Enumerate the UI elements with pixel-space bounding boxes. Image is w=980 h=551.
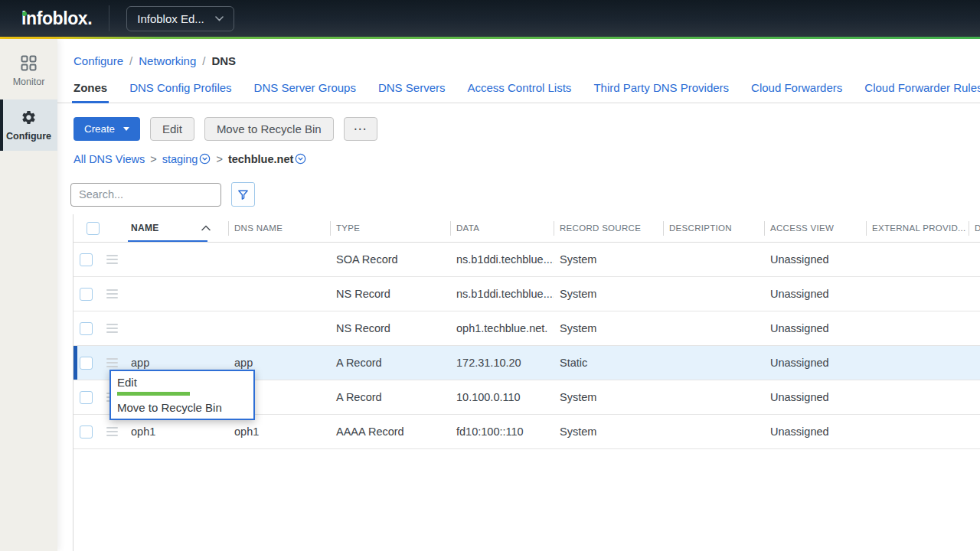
- column-header-description[interactable]: DESCRIPTION: [663, 214, 764, 242]
- column-header-external-provider[interactable]: EXTERNAL PROVID...: [866, 214, 969, 242]
- app-window: infoblox. Infoblox Ed... Monitor: [0, 0, 980, 551]
- toolbar: Create Edit Move to Recycle Bin ⋯: [74, 117, 980, 141]
- column-header-dns-name[interactable]: DNS NAME: [228, 214, 330, 242]
- row-checkbox[interactable]: [80, 391, 93, 404]
- view-path-separator: >: [216, 153, 222, 165]
- row-checkbox[interactable]: [80, 425, 93, 439]
- tab-dns-servers[interactable]: DNS Servers: [378, 78, 446, 103]
- table-row[interactable]: NS Record oph1.techblue.net. System Unas…: [74, 311, 980, 346]
- filter-button[interactable]: [231, 182, 255, 207]
- tab-cloud-forwarder-rules[interactable]: Cloud Forwarder Rules: [864, 78, 980, 103]
- funnel-icon: [237, 188, 250, 201]
- drag-column-header: [100, 214, 125, 242]
- sidebar-item-configure[interactable]: Configure: [0, 99, 57, 151]
- breadcrumb-current-dns: DNS: [211, 54, 236, 67]
- tab-dns-config-profiles[interactable]: DNS Config Profiles: [129, 78, 231, 103]
- move-to-recycle-bin-button[interactable]: Move to Recycle Bin: [204, 117, 334, 141]
- staging-view-link[interactable]: staging: [162, 153, 211, 165]
- drag-handle-icon[interactable]: [106, 289, 118, 298]
- drag-handle-icon[interactable]: [106, 324, 118, 333]
- drag-handle-icon[interactable]: [106, 255, 118, 264]
- app-switcher-button[interactable]: Infoblox Ed...: [126, 6, 234, 31]
- table-row[interactable]: NS Record ns.b1ddi.techblue.... System U…: [74, 277, 980, 311]
- chevron-up-icon[interactable]: [201, 225, 211, 231]
- caret-down-icon: [123, 127, 129, 131]
- chevron-down-icon: [215, 16, 224, 21]
- tab-zones[interactable]: Zones: [74, 78, 107, 103]
- zone-name: techblue.net: [228, 153, 306, 165]
- gear-icon: [21, 109, 37, 126]
- sidebar-item-label: Monitor: [13, 77, 45, 87]
- circle-chevron-down-icon[interactable]: [199, 153, 211, 165]
- main-content: Configure / Networking / DNS Zones DNS C…: [57, 39, 980, 551]
- more-actions-button[interactable]: ⋯: [344, 117, 377, 141]
- create-button-label: Create: [84, 123, 115, 135]
- drag-handle-icon[interactable]: [106, 358, 118, 367]
- table-header-row: NAME DNS NAME TYPE DATA RECORD SOURCE DE…: [74, 214, 980, 243]
- column-header-data[interactable]: DATA: [450, 214, 554, 242]
- tab-third-party-dns-providers[interactable]: Third Party DNS Providers: [593, 78, 729, 103]
- row-checkbox[interactable]: [80, 288, 93, 301]
- select-all-checkbox[interactable]: [87, 222, 100, 235]
- app-switcher-label: Infoblox Ed...: [137, 12, 204, 25]
- tab-bar: Zones DNS Config Profiles DNS Server Gro…: [57, 78, 980, 103]
- circle-chevron-down-icon[interactable]: [295, 153, 306, 165]
- search-input[interactable]: [70, 183, 221, 207]
- column-header-name[interactable]: NAME: [125, 214, 228, 242]
- context-menu-item-move-to-recycle-bin[interactable]: Move to Recycle Bin: [111, 398, 253, 416]
- edit-button[interactable]: Edit: [150, 117, 194, 141]
- breadcrumb-separator: /: [129, 54, 132, 67]
- breadcrumb-link-configure[interactable]: Configure: [74, 54, 123, 67]
- logo-green-dot-icon: [22, 11, 27, 16]
- grid-icon: [21, 55, 37, 71]
- infoblox-logo-text: infoblox.: [21, 8, 92, 28]
- dns-view-breadcrumb: All DNS Views > staging > techblue.net: [74, 152, 980, 165]
- sidebar-item-monitor[interactable]: Monitor: [0, 45, 57, 96]
- breadcrumb: Configure / Networking / DNS: [74, 54, 980, 67]
- column-header-record-source[interactable]: RECORD SOURCE: [554, 214, 663, 242]
- row-checkbox[interactable]: [80, 253, 93, 266]
- table-row[interactable]: SOA Record ns.b1ddi.techblue.... System …: [74, 243, 980, 277]
- topbar: infoblox. Infoblox Ed...: [0, 0, 980, 37]
- row-context-menu: Edit Move to Recycle Bin: [109, 370, 255, 420]
- topbar-divider: [109, 5, 109, 31]
- ellipsis-icon: ⋯: [354, 122, 368, 136]
- tab-access-control-lists[interactable]: Access Control Lists: [467, 78, 571, 103]
- column-header-access-view[interactable]: ACCESS VIEW: [764, 214, 866, 242]
- view-path-separator: >: [150, 153, 156, 165]
- breadcrumb-link-networking[interactable]: Networking: [139, 54, 196, 67]
- search-row: [70, 182, 980, 207]
- context-menu-item-edit[interactable]: Edit: [111, 373, 253, 391]
- tab-cloud-forwarders[interactable]: Cloud Forwarders: [751, 78, 842, 103]
- sidebar-item-label: Configure: [6, 131, 51, 142]
- create-button[interactable]: Create: [74, 117, 140, 141]
- all-dns-views-link[interactable]: All DNS Views: [74, 153, 145, 165]
- row-checkbox[interactable]: [80, 357, 93, 370]
- sidebar: Monitor Configure: [0, 39, 57, 551]
- menu-active-indicator: [117, 392, 190, 396]
- row-checkbox[interactable]: [80, 322, 93, 335]
- breadcrumb-separator: /: [202, 54, 205, 67]
- drag-handle-icon[interactable]: [106, 427, 118, 436]
- column-header-truncated[interactable]: D: [969, 214, 980, 242]
- infoblox-logo: infoblox.: [21, 10, 92, 28]
- column-header-type[interactable]: TYPE: [330, 214, 450, 242]
- tab-dns-server-groups[interactable]: DNS Server Groups: [254, 78, 356, 103]
